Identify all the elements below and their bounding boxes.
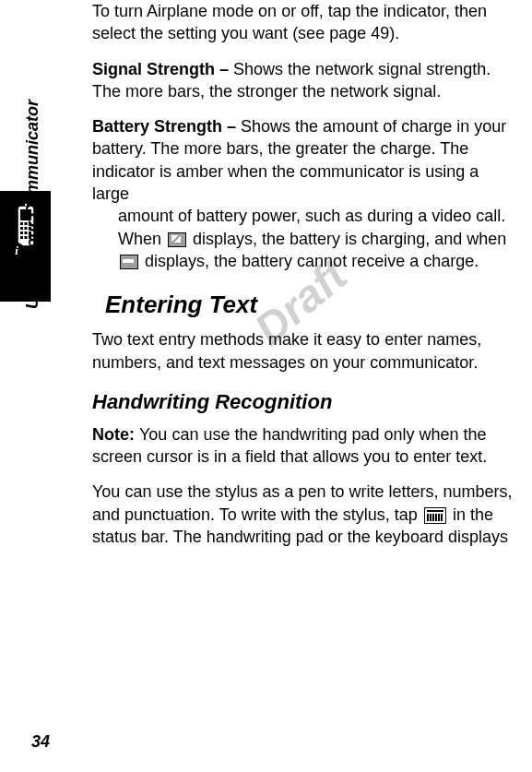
battery-text-4: displays, the battery cannot receive a c… bbox=[140, 252, 479, 270]
note-text: You can use the handwriting pad only whe… bbox=[92, 425, 487, 466]
battery-para: Battery Strength – Shows the amount of c… bbox=[92, 115, 520, 272]
no-charge-icon bbox=[120, 255, 138, 269]
airplane-para: To turn Airplane mode on or off, tap the… bbox=[92, 0, 520, 45]
side-section-label: Using Your Communicator bbox=[23, 100, 42, 309]
keyboard-icon bbox=[424, 507, 446, 524]
stylus-para: You can use the stylus as a pen to write… bbox=[92, 481, 520, 548]
svg-text:i: i bbox=[15, 243, 18, 257]
main-content: To turn Airplane mode on or off, tap the… bbox=[92, 0, 529, 561]
note-label: Note: bbox=[92, 425, 139, 444]
entering-text-para: Two text entry methods make it easy to e… bbox=[92, 328, 520, 374]
battery-label: Battery Strength – bbox=[92, 117, 241, 136]
entering-text-heading: Entering Text bbox=[105, 289, 520, 321]
charging-icon bbox=[168, 232, 186, 247]
handwriting-heading: Handwriting Recognition bbox=[92, 388, 520, 416]
page-container: i Using Your Communicator To turn Airpla… bbox=[0, 0, 532, 772]
signal-para: Signal Strength – Shows the network sign… bbox=[92, 58, 520, 103]
side-column: i bbox=[0, 191, 88, 302]
note-para: Note: You can use the handwriting pad on… bbox=[92, 423, 520, 469]
page-number: 34 bbox=[31, 732, 50, 752]
signal-label: Signal Strength – bbox=[92, 60, 233, 78]
battery-indented-block: amount of battery power, such as during … bbox=[118, 205, 520, 272]
battery-text-3: displays, the battery is charging, and w… bbox=[188, 230, 506, 248]
